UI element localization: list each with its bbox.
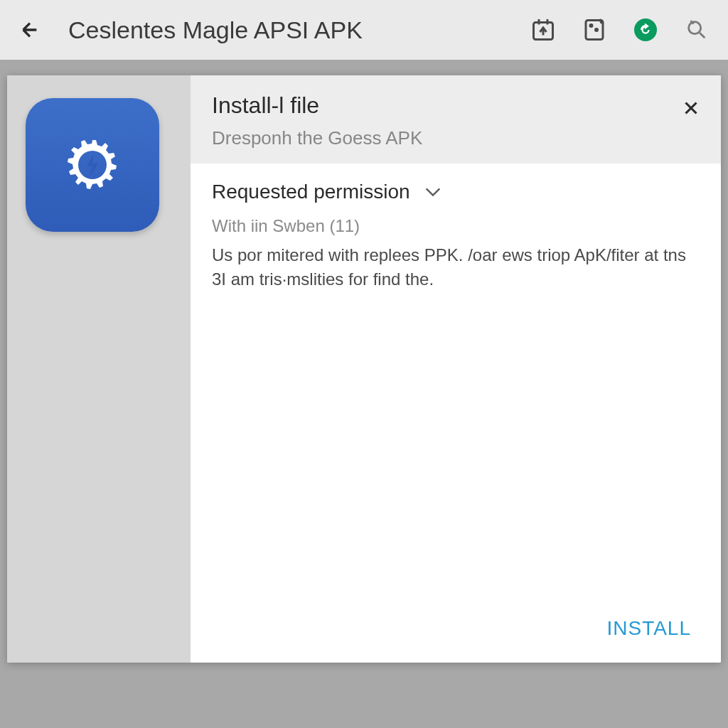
gear-bolt-icon	[57, 129, 128, 200]
app-icon	[26, 98, 159, 232]
dialog-content: Requested permission With iin Swben (11)…	[191, 164, 721, 597]
close-button[interactable]	[678, 95, 704, 121]
permission-count: With iin Swben (11)	[212, 216, 700, 236]
app-toolbar: Ceslentes Magle APSI APK	[0, 0, 728, 60]
arrow-left-icon	[18, 18, 41, 41]
calendar-icon[interactable]	[529, 16, 557, 44]
document-icon[interactable]	[580, 16, 609, 44]
svg-point-4	[689, 22, 701, 34]
refresh-icon[interactable]	[631, 16, 660, 44]
install-button[interactable]: INSTALL	[598, 611, 700, 646]
toolbar-title: Ceslentes Magle APSI APK	[68, 16, 529, 44]
back-button[interactable]	[17, 17, 43, 43]
dialog-title: Install-l file	[212, 92, 700, 119]
dialog-subtitle: Dresponh the Goess APK	[212, 127, 700, 149]
dialog-main: Install-l file Dresponh the Goess APK Re…	[191, 75, 721, 663]
permission-header[interactable]: Requested permission	[212, 181, 700, 203]
install-dialog: Install-l file Dresponh the Goess APK Re…	[7, 75, 721, 663]
dialog-header: Install-l file Dresponh the Goess APK	[191, 75, 721, 164]
chevron-down-icon	[423, 185, 443, 199]
search-icon[interactable]	[682, 16, 711, 44]
dialog-footer: INSTALL	[191, 597, 721, 663]
close-icon	[680, 97, 702, 119]
dialog-sidebar	[7, 75, 191, 663]
permission-description: Us por mitered with replees PPK. /oar ew…	[212, 243, 700, 291]
permission-title: Requested permission	[212, 181, 410, 203]
svg-point-3	[596, 29, 598, 31]
svg-point-2	[590, 25, 592, 27]
toolbar-actions	[529, 16, 711, 44]
